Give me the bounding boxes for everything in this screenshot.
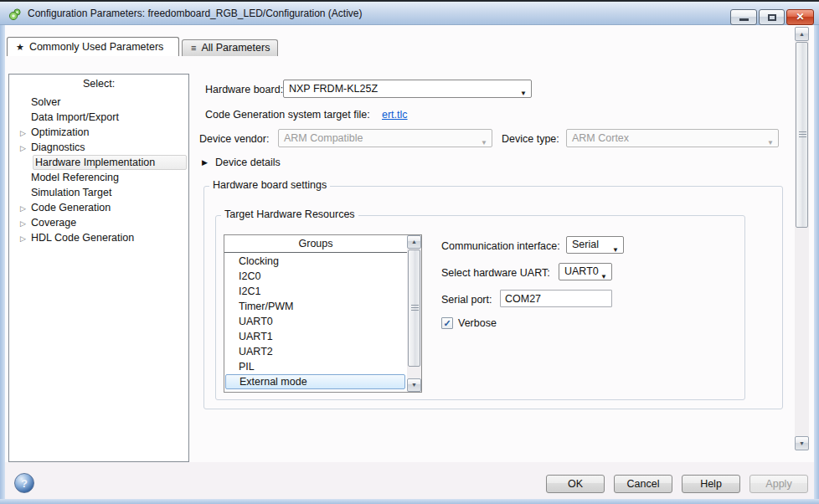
communication-interface-label: Communication interface: (441, 240, 560, 252)
verbose-label: Verbose (458, 317, 497, 329)
list-icon: ≡ (191, 40, 196, 56)
group-item-i2c1[interactable]: I2C1 (224, 284, 421, 299)
scrollbar-thumb[interactable] (796, 42, 808, 228)
parameter-tree: ▷Solver ▷Data Import/Export ▷Optimizatio… (9, 95, 188, 245)
expander-arrow-icon[interactable]: ▶ (202, 158, 208, 167)
tab-label: Commonly Used Parameters (29, 41, 163, 53)
device-vendor-select: ARM Compatible ▼ (278, 129, 492, 147)
tree-header: Select: (9, 75, 188, 93)
chevron-down-icon: ▼ (612, 242, 619, 258)
system-target-file-link[interactable]: ert.tlc (382, 109, 408, 121)
scroll-down-button[interactable]: ▼ (795, 436, 809, 450)
simulink-config-gear-icon (8, 8, 22, 21)
twisty-icon[interactable]: ▷ (20, 126, 31, 141)
help-button-round[interactable]: ? (14, 473, 34, 493)
group-item-i2c0[interactable]: I2C0 (224, 269, 421, 284)
group-item-external-mode[interactable]: External mode (225, 374, 405, 389)
communication-interface-value: Serial (572, 239, 599, 250)
down-arrow-icon: ▼ (408, 379, 420, 391)
sidebar-item-solver[interactable]: ▷Solver (9, 95, 188, 110)
question-mark-icon: ? (15, 474, 33, 493)
twisty-icon[interactable]: ▷ (20, 231, 31, 246)
hardware-uart-value: UART0 (564, 265, 599, 277)
main-scrollbar[interactable]: ▲ ▼ (795, 27, 809, 450)
system-target-file-label: Code Generation system target file: (205, 109, 370, 121)
window-border-bottom (0, 499, 819, 504)
sidebar-item-diagnostics[interactable]: ▷Diagnostics (9, 140, 188, 155)
hardware-uart-label: Select hardware UART: (441, 267, 550, 279)
groups-list-items: Clocking I2C0 I2C1 Timer/PWM UART0 UART1… (224, 254, 421, 389)
scroll-up-button[interactable]: ▲ (795, 27, 809, 41)
sidebar-item-code-generation[interactable]: ▷Code Generation (9, 200, 188, 215)
hardware-board-value: NXP FRDM-KL25Z (289, 83, 378, 95)
group-item-uart0[interactable]: UART0 (224, 314, 421, 329)
twisty-icon[interactable]: ▷ (20, 201, 31, 216)
ok-button[interactable]: OK (546, 475, 605, 493)
sidebar-item-data-import-export[interactable]: ▷Data Import/Export (9, 110, 188, 125)
target-hardware-resources-title: Target Hardware Resources (221, 208, 358, 220)
hardware-uart-select[interactable]: UART0 ▼ (559, 263, 612, 280)
hardware-board-select[interactable]: NXP FRDM-KL25Z ▼ (283, 80, 532, 98)
up-arrow-icon: ▲ (408, 236, 420, 248)
sidebar-item-hdl-code-generation[interactable]: ▷HDL Code Generation (9, 230, 188, 245)
star-icon: ★ (16, 38, 24, 56)
window-border-right (814, 25, 819, 499)
tab-commonly-used-parameters[interactable]: ★Commonly Used Parameters (7, 37, 179, 56)
apply-button: Apply (749, 475, 808, 493)
device-type-value: ARM Cortex (572, 132, 629, 144)
group-item-clocking[interactable]: Clocking (224, 254, 421, 269)
cancel-button[interactable]: Cancel (614, 475, 672, 493)
twisty-icon[interactable]: ▷ (20, 216, 31, 231)
chevron-down-icon: ▼ (520, 85, 527, 102)
device-type-select: ARM Cortex ▼ (566, 129, 779, 147)
group-item-timer-pwm[interactable]: Timer/PWM (224, 299, 421, 314)
chevron-down-icon: ▼ (481, 135, 487, 152)
scroll-down-button[interactable]: ▼ (407, 378, 421, 392)
serial-port-input[interactable] (500, 290, 612, 307)
tab-all-parameters[interactable]: ≡All Parameters (182, 39, 278, 56)
group-item-pil[interactable]: PIL (224, 359, 421, 374)
parameter-tree-panel: Select: ▷Solver ▷Data Import/Export ▷Opt… (8, 74, 189, 462)
sidebar-item-coverage[interactable]: ▷Coverage (9, 215, 188, 230)
minimize-button[interactable] (730, 9, 757, 25)
thumb-gripper (411, 305, 419, 311)
device-vendor-value: ARM Compatible (284, 132, 363, 144)
minimize-icon (739, 18, 749, 21)
thumb-gripper (799, 131, 806, 138)
hardware-board-label: Hardware board: (205, 84, 283, 95)
sidebar-item-optimization[interactable]: ▷Optimization (9, 125, 188, 140)
close-icon: ✕ (787, 11, 813, 23)
down-arrow-icon: ▼ (796, 437, 808, 450)
chevron-down-icon: ▼ (600, 269, 607, 285)
title-bar[interactable]: Configuration Parameters: freedomboard_R… (0, 0, 819, 25)
sidebar-item-model-referencing[interactable]: ▷Model Referencing (9, 170, 188, 185)
sidebar-item-simulation-target[interactable]: ▷Simulation Target (9, 185, 188, 200)
help-button[interactable]: Help (682, 475, 740, 493)
group-item-uart2[interactable]: UART2 (224, 344, 421, 359)
configuration-parameters-window: Configuration Parameters: freedomboard_R… (0, 0, 819, 504)
groups-list-scrollbar[interactable]: ▲ ▼ (407, 235, 421, 392)
hardware-board-settings-title: Hardware board settings (209, 179, 330, 191)
window-title: Configuration Parameters: freedomboard_R… (28, 8, 363, 19)
twisty-icon[interactable]: ▷ (20, 141, 31, 156)
groups-list-header: Groups (224, 235, 407, 253)
communication-interface-select[interactable]: Serial ▼ (566, 236, 624, 254)
device-type-label: Device type: (502, 133, 559, 145)
maximize-button[interactable] (759, 9, 785, 25)
scrollbar-thumb[interactable] (408, 249, 420, 367)
device-vendor-label: Device vendor: (199, 133, 269, 145)
up-arrow-icon: ▲ (796, 28, 808, 40)
chevron-down-icon: ▼ (767, 135, 774, 152)
scroll-up-button[interactable]: ▲ (407, 235, 421, 249)
verbose-checkbox[interactable]: ✓ (441, 317, 453, 329)
sidebar-item-hardware-implementation[interactable]: ▷Hardware Implementation (33, 155, 187, 170)
group-item-uart1[interactable]: UART1 (224, 329, 421, 344)
maximize-icon (768, 14, 776, 21)
serial-port-label: Serial port: (441, 294, 492, 306)
check-icon: ✓ (442, 318, 452, 329)
device-details-expander[interactable]: Device details (215, 157, 281, 168)
groups-list: Groups Clocking I2C0 I2C1 Timer/PWM UART… (224, 234, 422, 393)
close-button[interactable]: ✕ (786, 9, 814, 25)
tab-label: All Parameters (201, 42, 270, 54)
